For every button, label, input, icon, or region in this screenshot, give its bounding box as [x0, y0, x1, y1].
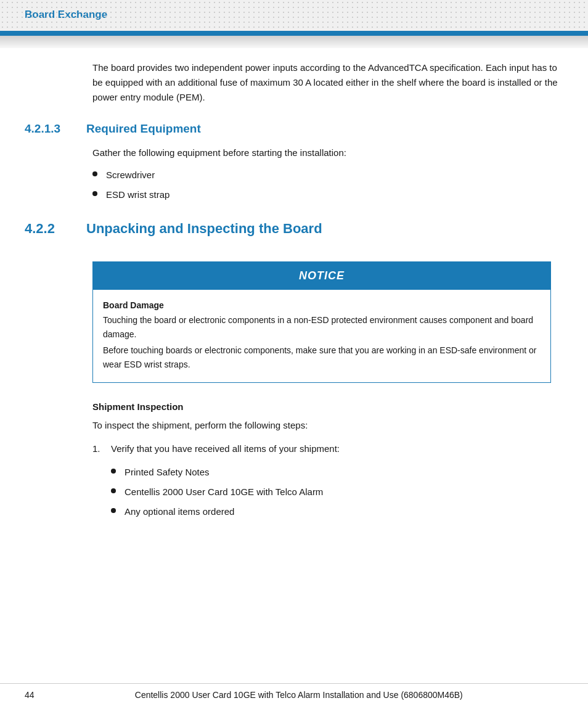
section-4213-heading: 4.2.1.3 Required Equipment: [25, 122, 563, 136]
equipment-item-2: ESD wrist strap: [106, 187, 169, 202]
notice-label: NOTICE: [299, 269, 345, 282]
step-1-number: 1.: [92, 441, 111, 456]
shipment-items-list: Printed Safety Notes Centellis 2000 User…: [111, 465, 551, 519]
section-422-number: 4.2.2: [25, 221, 86, 237]
list-item: Any optional items ordered: [111, 504, 551, 519]
list-item: Centellis 2000 User Card 10GE with Telco…: [111, 485, 551, 499]
bullet-dot: [111, 488, 116, 493]
shipment-heading: Shipment Inspection: [92, 401, 551, 412]
section-422-title: Unpacking and Inspecting the Board: [86, 221, 322, 237]
bullet-dot: [111, 508, 116, 513]
bullet-dot: [92, 191, 97, 196]
blue-divider: [0, 31, 588, 36]
list-item: Screwdriver: [92, 168, 563, 183]
page-title: Board Exchange: [25, 9, 107, 20]
shipment-item-3: Any optional items ordered: [125, 504, 234, 519]
page-number: 44: [25, 690, 35, 700]
footer-document-title: Centellis 2000 User Card 10GE with Telco…: [35, 690, 563, 700]
shipment-item-1: Printed Safety Notes: [125, 465, 210, 480]
footer: 44 Centellis 2000 User Card 10GE with Te…: [0, 683, 588, 706]
notice-line-1: Touching the board or electronic compone…: [103, 313, 541, 341]
bullet-dot: [111, 469, 116, 474]
equipment-list: Screwdriver ESD wrist strap: [92, 168, 563, 202]
list-item: ESD wrist strap: [92, 187, 563, 202]
list-item: Printed Safety Notes: [111, 465, 551, 480]
section-4213-number: 4.2.1.3: [25, 122, 86, 136]
section-422-heading: 4.2.2 Unpacking and Inspecting the Board: [25, 221, 563, 237]
section-4213-title: Required Equipment: [86, 122, 201, 136]
notice-box: NOTICE Board Damage Touching the board o…: [92, 261, 551, 383]
shipment-section: Shipment Inspection To inspect the shipm…: [92, 401, 551, 519]
section-4213-intro: Gather the following equipment before st…: [92, 146, 563, 160]
step-1: 1. Verify that you have received all ite…: [92, 441, 551, 456]
shipment-item-2: Centellis 2000 User Card 10GE with Telco…: [125, 485, 323, 499]
shipment-intro: To inspect the shipment, perform the fol…: [92, 418, 551, 433]
step-1-text: Verify that you have received all items …: [111, 441, 340, 456]
gray-strip: [0, 36, 588, 48]
section-4213-content: Gather the following equipment before st…: [92, 146, 563, 202]
bullet-dot: [92, 171, 97, 176]
notice-body: Board Damage Touching the board or elect…: [93, 290, 550, 382]
equipment-item-1: Screwdriver: [106, 168, 155, 183]
notice-line-2: Before touching boards or electronic com…: [103, 343, 541, 371]
notice-title: Board Damage: [103, 298, 541, 312]
main-content: The board provides two independent power…: [0, 48, 588, 561]
intro-paragraph: The board provides two independent power…: [92, 60, 563, 105]
notice-header: NOTICE: [93, 262, 550, 290]
